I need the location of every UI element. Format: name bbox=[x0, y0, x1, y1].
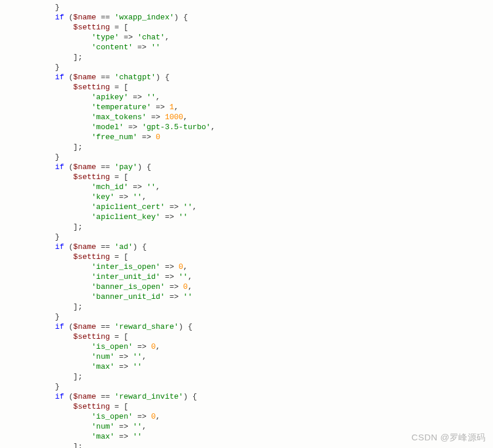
code-block: } if ($name == 'wxapp_index') { $setting… bbox=[0, 0, 493, 448]
brace: } bbox=[55, 3, 60, 12]
var-name: $name bbox=[73, 13, 96, 22]
var-setting: $setting bbox=[73, 23, 110, 32]
kw-if: if bbox=[55, 13, 65, 22]
